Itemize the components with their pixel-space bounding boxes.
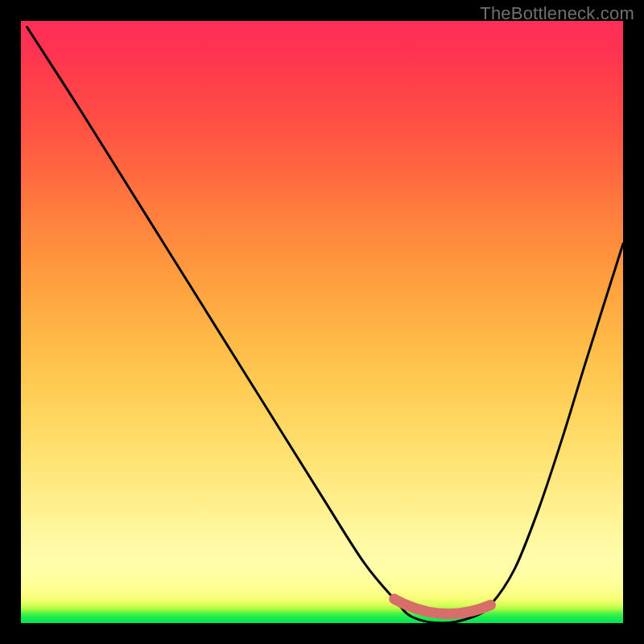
optimal-range-endpoint-right: [485, 601, 495, 610]
optimal-range-marker: [394, 599, 491, 614]
chart-frame: TheBottleneck.com: [0, 0, 644, 644]
optimal-range-endpoint-left: [390, 594, 399, 604]
bottleneck-curve-svg: [21, 21, 623, 623]
chart-plot-area: [21, 21, 623, 623]
bottleneck-curve-path: [27, 27, 623, 623]
